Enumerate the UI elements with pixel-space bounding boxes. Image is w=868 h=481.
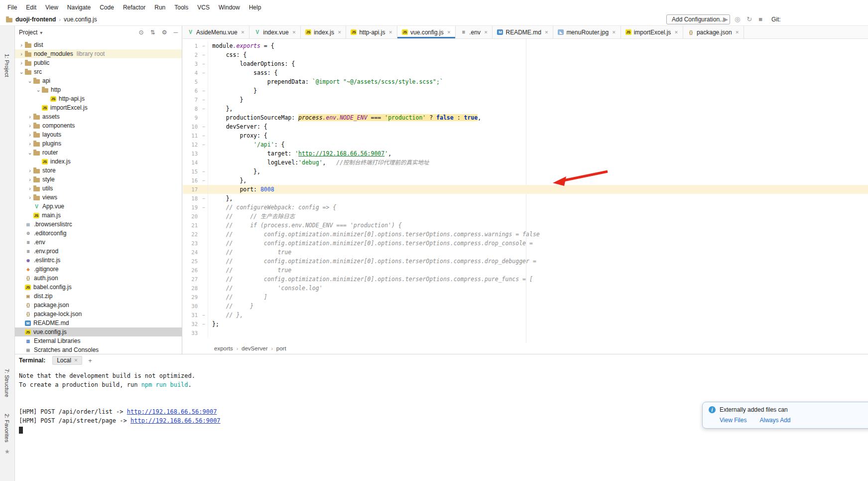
fold-icon[interactable]: − — [200, 122, 208, 131]
code-line-22[interactable]: 22 // config.optimization.minimizer[0].o… — [183, 230, 868, 239]
tree-item-store[interactable]: ›store — [15, 166, 182, 175]
tree-item-assets[interactable]: ›assets — [15, 112, 182, 121]
tree-item-ScratchesandConsoles[interactable]: ▤Scratches and Consoles — [15, 345, 182, 354]
close-icon[interactable]: ✕ — [736, 30, 740, 35]
tree-item-README.md[interactable]: MREADME.md — [15, 319, 182, 327]
tab-index.vue[interactable]: Vindex.vue✕ — [249, 26, 301, 38]
tree-item-views[interactable]: ›views — [15, 193, 182, 202]
close-icon[interactable]: ✕ — [292, 30, 296, 35]
chevron-right-icon[interactable]: › — [26, 194, 33, 200]
close-icon[interactable]: ✕ — [338, 30, 342, 35]
tree-item-.gitignore[interactable]: ◆.gitignore — [15, 265, 182, 274]
close-icon[interactable]: ✕ — [484, 30, 488, 35]
code-line-10[interactable]: 10− devServer: { — [183, 122, 868, 131]
code-line-33[interactable]: 33 — [183, 328, 868, 337]
code-line-14[interactable]: 14 logLevel:'debug', //控制台终端打印代理前的真实地址 — [183, 158, 868, 167]
tree-item-utils[interactable]: ›utils — [15, 184, 182, 193]
url-link[interactable]: http://192.168.66.56:9007 — [130, 417, 221, 424]
tree-item-dist.zip[interactable]: ▣dist.zip — [15, 292, 182, 301]
chevron-down-icon[interactable]: ⌄ — [35, 87, 42, 93]
chevron-right-icon[interactable]: › — [26, 185, 33, 191]
stop-icon[interactable]: ■ — [758, 14, 762, 24]
chevron-right-icon[interactable]: › — [26, 176, 33, 182]
code-line-9[interactable]: 9 productionSourceMap: process.env.NODE_… — [183, 113, 868, 122]
fold-icon[interactable]: − — [200, 59, 208, 68]
fold-icon[interactable]: − — [200, 176, 208, 185]
tree-item-.editorconfig[interactable]: ⚙.editorconfig — [15, 229, 182, 238]
tab-AsideMenu.vue[interactable]: VAsideMenu.vue✕ — [183, 26, 249, 38]
fold-icon[interactable]: − — [200, 167, 208, 176]
tree-item-router[interactable]: ⌄router — [15, 148, 182, 157]
locate-icon[interactable]: ⊙ — [139, 29, 144, 36]
code-line-16[interactable]: 16− }, — [183, 176, 868, 185]
code-line-29[interactable]: 29 // ] — [183, 293, 868, 302]
code-line-24[interactable]: 24 // true — [183, 248, 868, 257]
close-icon[interactable]: ✕ — [388, 30, 392, 35]
tree-item-plugins[interactable]: ›plugins — [15, 139, 182, 148]
code-line-31[interactable]: 31− // }, — [183, 311, 868, 320]
favorites-star-icon[interactable]: ★ — [4, 448, 10, 455]
tool-button-project[interactable]: 1: Project — [4, 54, 10, 77]
tab-importExcel.js[interactable]: JSimportExcel.js✕ — [621, 26, 683, 38]
menu-item-navigate[interactable]: Navigate — [63, 2, 95, 12]
fold-icon[interactable]: − — [200, 68, 208, 77]
code-line-2[interactable]: 2− css: { — [183, 50, 868, 59]
hide-panel-icon[interactable]: ─ — [173, 29, 178, 36]
tree-item-src[interactable]: ⌄src — [15, 67, 182, 76]
new-terminal-icon[interactable]: + — [88, 357, 92, 364]
code-line-23[interactable]: 23 // config.optimization.minimizer[0].o… — [183, 239, 868, 248]
chevron-right-icon[interactable]: › — [26, 114, 33, 120]
breadcrumb-file[interactable]: vue.config.js — [64, 16, 97, 23]
close-icon[interactable]: ✕ — [74, 358, 78, 363]
menu-item-run[interactable]: Run — [150, 2, 170, 12]
tool-button-favorites[interactable]: 2: Favorites — [4, 414, 10, 442]
chevron-down-icon[interactable]: ⌄ — [26, 150, 33, 156]
tree-item-http[interactable]: ⌄http — [15, 85, 182, 94]
tree-item-index.js[interactable]: JSindex.js — [15, 157, 182, 166]
fold-icon[interactable]: − — [200, 95, 208, 104]
tree-item-package.json[interactable]: {}package.json — [15, 301, 182, 310]
code-line-13[interactable]: 13 target: 'http://192.168.66.56:9007', — [183, 149, 868, 158]
add-configuration-button[interactable]: Add Configuration... — [666, 14, 730, 24]
collapse-all-icon[interactable]: ⇅ — [150, 29, 155, 36]
code-line-3[interactable]: 3− loaderOptions: { — [183, 59, 868, 68]
tree-item-main.js[interactable]: JSmain.js — [15, 211, 182, 220]
tree-item-dist[interactable]: ›dist — [15, 40, 182, 49]
close-icon[interactable]: ✕ — [674, 30, 678, 35]
code-line-20[interactable]: 20 // // 生产去除日志 — [183, 212, 868, 221]
menu-item-help[interactable]: Help — [245, 2, 266, 12]
code-line-11[interactable]: 11− proxy: { — [183, 131, 868, 140]
menu-item-refactor[interactable]: Refactor — [119, 2, 150, 12]
code-line-12[interactable]: 12− '/api': { — [183, 140, 868, 149]
url-link[interactable]: http://192.168.66.56:9007 — [127, 408, 217, 415]
menu-item-tools[interactable]: Tools — [170, 2, 193, 12]
code-line-21[interactable]: 21 // if (process.env.NODE_ENV === 'prod… — [183, 221, 868, 230]
tab-package.json[interactable]: {}package.json✕ — [683, 26, 744, 38]
tree-item-components[interactable]: ›components — [15, 121, 182, 130]
menu-item-vcs[interactable]: VCS — [193, 2, 214, 12]
code-line-6[interactable]: 6− } — [183, 86, 868, 95]
tab-index.js[interactable]: JSindex.js✕ — [301, 26, 346, 38]
chevron-right-icon[interactable]: › — [18, 42, 25, 48]
menu-item-code[interactable]: Code — [95, 2, 119, 12]
code-line-4[interactable]: 4− sass: { — [183, 68, 868, 77]
tree-item-.eslintrc.js[interactable]: ◉.eslintrc.js — [15, 256, 182, 265]
view-files-link[interactable]: View Files — [720, 417, 746, 424]
breadcrumb-devServer[interactable]: devServer — [242, 345, 267, 351]
tree-item-public[interactable]: ›public — [15, 58, 182, 67]
menu-item-window[interactable]: Window — [214, 2, 245, 12]
fold-icon[interactable]: − — [200, 311, 208, 320]
url-link[interactable]: http://192.168.66.56:9007 — [298, 150, 384, 157]
tab-.env[interactable]: ≣.env✕ — [456, 26, 493, 38]
tab-README.md[interactable]: MREADME.md✕ — [493, 26, 553, 38]
fold-icon[interactable]: − — [200, 131, 208, 140]
editor[interactable]: 1−module.exports = {2− css: {3− loaderOp… — [183, 39, 868, 343]
tree-item-babel.config.js[interactable]: JSbabel.config.js — [15, 283, 182, 292]
tree-item-node_modules[interactable]: ›node_moduleslibrary root — [15, 49, 182, 58]
tree-item-package-lock.json[interactable]: {}package-lock.json — [15, 310, 182, 319]
tree-item-ExternalLibraries[interactable]: ▥External Libraries — [15, 336, 182, 345]
chevron-right-icon[interactable]: › — [26, 132, 33, 138]
tree-item-App.vue[interactable]: VApp.vue — [15, 202, 182, 211]
always-add-link[interactable]: Always Add — [759, 417, 790, 424]
close-icon[interactable]: ✕ — [241, 30, 245, 35]
